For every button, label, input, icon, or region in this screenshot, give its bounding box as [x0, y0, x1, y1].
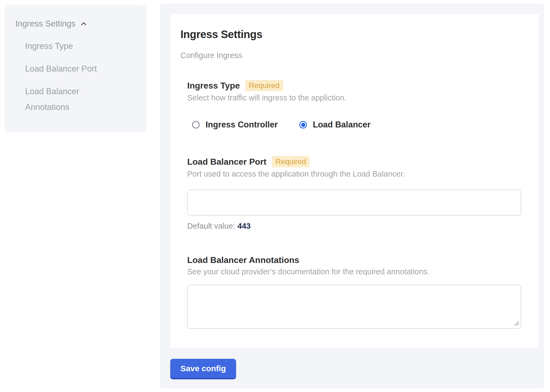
- page-subtitle: Configure Ingress: [180, 51, 525, 60]
- radio-label: Ingress Controller: [206, 120, 278, 130]
- default-value: 443: [237, 222, 250, 230]
- load-balancer-port-input[interactable]: [187, 190, 521, 215]
- config-main-panel: Ingress Settings Configure Ingress Ingre…: [160, 4, 544, 388]
- sidebar-item-ingress-type[interactable]: Ingress Type: [25, 38, 113, 54]
- save-config-button[interactable]: Save config: [170, 359, 236, 379]
- radio-label: Load Balancer: [313, 120, 371, 130]
- sidebar-group-ingress-settings[interactable]: Ingress Settings: [15, 19, 138, 29]
- load-balancer-annotations-help: See your cloud provider’s documentation …: [187, 267, 525, 276]
- field-load-balancer-port: Load Balancer Port Required Port used to…: [187, 156, 525, 231]
- resize-handle-icon[interactable]: [514, 320, 519, 326]
- sidebar-item-load-balancer-annotations[interactable]: Load Balancer Annotations: [25, 84, 113, 115]
- radio-ingress-controller[interactable]: Ingress Controller: [192, 120, 278, 130]
- sidebar-item-load-balancer-port[interactable]: Load Balancer Port: [25, 61, 113, 77]
- default-value-line: Default value:443: [187, 221, 525, 231]
- field-ingress-type: Ingress Type Required Select how traffic…: [187, 80, 525, 130]
- sidebar-group-label: Ingress Settings: [15, 19, 75, 29]
- config-sidebar: Ingress Settings Ingress Type Load Balan…: [5, 5, 146, 132]
- radio-icon[interactable]: [192, 121, 200, 129]
- ingress-type-label: Ingress Type: [187, 80, 240, 91]
- radio-load-balancer[interactable]: Load Balancer: [299, 120, 371, 130]
- required-badge: Required: [245, 80, 283, 91]
- page-title: Ingress Settings: [180, 28, 525, 40]
- load-balancer-port-help: Port used to access the application thro…: [187, 169, 525, 178]
- annotations-textarea-wrap: [187, 285, 521, 329]
- sidebar-item-list: Ingress Type Load Balancer Port Load Bal…: [15, 38, 113, 115]
- ingress-type-radio-group: Ingress Controller Load Balancer: [187, 120, 525, 130]
- required-badge: Required: [272, 156, 310, 167]
- ingress-type-help: Select how traffic will ingress to the a…: [187, 93, 525, 102]
- field-load-balancer-annotations: Load Balancer Annotations See your cloud…: [187, 255, 525, 329]
- chevron-up-icon: [80, 20, 88, 28]
- load-balancer-annotations-textarea[interactable]: [187, 285, 521, 329]
- ingress-settings-card: Ingress Settings Configure Ingress Ingre…: [170, 14, 539, 348]
- default-value-label: Default value:: [187, 222, 235, 230]
- load-balancer-port-label: Load Balancer Port: [187, 157, 266, 167]
- radio-icon[interactable]: [299, 121, 307, 129]
- load-balancer-annotations-label: Load Balancer Annotations: [187, 255, 299, 265]
